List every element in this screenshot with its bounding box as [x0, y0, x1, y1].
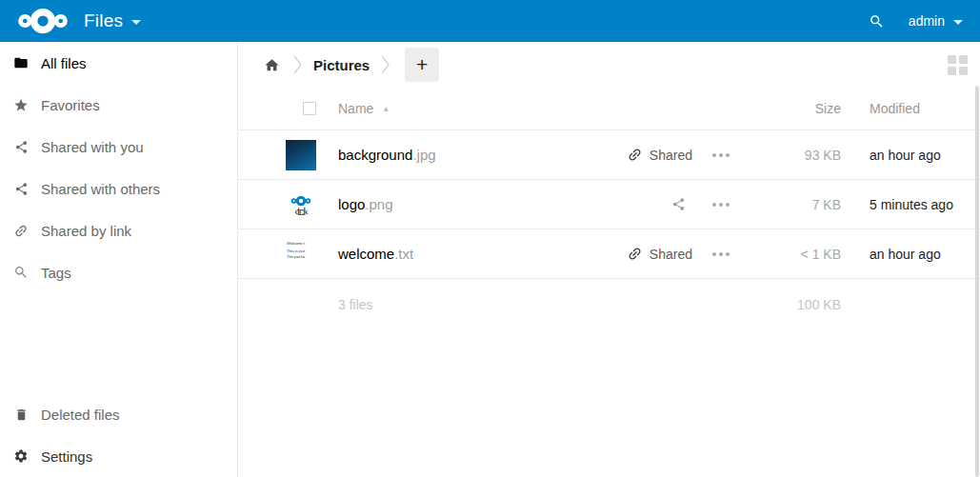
sidebar: All files Favorites Shared with you Shar… [0, 42, 238, 477]
file-row-welcome-txt[interactable]: Welcome t This is just The packa welcome… [238, 229, 980, 279]
link-icon [627, 246, 643, 262]
breadcrumb-folder-pictures[interactable]: Pictures [308, 57, 375, 73]
file-size: 7 KB [750, 197, 841, 212]
file-list-panel: Pictures + Name ▲ Size Modified backgrou… [238, 42, 980, 477]
thumbnail-text: ‹tcl‹ [294, 207, 307, 216]
shared-status-button[interactable]: Shared [627, 147, 692, 163]
sidebar-item-label: Settings [41, 448, 92, 465]
sidebar-item-favorites[interactable]: Favorites [0, 84, 237, 126]
link-icon [13, 223, 29, 238]
sidebar-item-shared-with-others[interactable]: Shared with others [0, 168, 237, 209]
tag-search-icon [13, 265, 29, 280]
app-menu-caret-icon[interactable] [131, 20, 141, 25]
user-menu-caret-icon [953, 20, 963, 25]
chevron-right-icon [293, 55, 302, 74]
file-basename: background [338, 147, 412, 163]
actions-menu-button[interactable] [692, 252, 750, 256]
file-name[interactable]: logo.png [338, 196, 393, 212]
share-icon [13, 181, 29, 196]
file-size: 93 KB [750, 148, 841, 163]
file-row-background-jpg[interactable]: background.jpg Shared 93 KB an hour ago [238, 130, 980, 180]
file-extension: .jpg [412, 147, 435, 163]
share-button[interactable] [671, 197, 692, 211]
link-icon [627, 147, 643, 163]
actions-menu-button[interactable] [692, 153, 750, 157]
sidebar-item-deleted-files[interactable]: Deleted files [0, 393, 237, 435]
trash-icon [13, 407, 29, 422]
share-icon [13, 139, 29, 154]
column-header-modified[interactable]: Modified [841, 101, 980, 116]
sidebar-item-shared-by-link[interactable]: Shared by link [0, 209, 237, 251]
file-extension: .png [365, 196, 392, 212]
file-name[interactable]: background.jpg [338, 147, 436, 163]
sort-ascending-icon: ▲ [382, 105, 390, 113]
sidebar-item-label: Shared with others [41, 181, 160, 197]
breadcrumb: Pictures + [238, 42, 980, 88]
summary-total-size: 100 KB [750, 297, 841, 312]
share-icon [671, 197, 686, 211]
shared-label: Shared [650, 247, 692, 262]
select-all-checkbox[interactable] [303, 102, 316, 115]
sidebar-item-label: Tags [41, 265, 71, 281]
file-table-header: Name ▲ Size Modified [238, 88, 980, 130]
home-icon [264, 57, 280, 73]
chevron-right-icon [381, 55, 390, 74]
sidebar-item-label: Shared by link [41, 223, 131, 239]
thumbnail-text-line: The packa [287, 254, 305, 259]
sidebar-bottom-section: Deleted files Settings [0, 393, 237, 477]
top-header-bar: Files admin [0, 0, 980, 42]
file-basename: welcome [338, 246, 394, 262]
shared-status-button[interactable]: Shared [627, 246, 692, 262]
file-basename: logo [338, 196, 365, 212]
sidebar-item-label: Shared with you [41, 139, 144, 155]
sidebar-item-label: All files [41, 55, 87, 71]
thumbnail-text-line: This is just [287, 248, 305, 253]
file-modified: an hour ago [841, 247, 980, 262]
new-file-button[interactable]: + [405, 48, 439, 82]
app-title[interactable]: Files [84, 10, 123, 31]
folder-icon [13, 55, 29, 70]
thumbnail-text-line: Welcome t [287, 241, 305, 246]
file-name[interactable]: welcome.txt [338, 246, 413, 262]
user-menu[interactable]: admin [909, 13, 963, 29]
column-header-size[interactable]: Size [750, 101, 841, 116]
file-list-summary: 3 files 100 KB [238, 279, 980, 330]
nextcloud-logo-icon [290, 195, 312, 207]
file-thumbnail-image[interactable] [286, 140, 316, 170]
file-extension: .txt [394, 246, 413, 262]
nextcloud-logo[interactable] [0, 7, 72, 35]
column-header-name[interactable]: Name ▲ [338, 101, 390, 116]
search-button[interactable] [861, 5, 893, 37]
file-modified: an hour ago [841, 148, 980, 163]
file-size: < 1 KB [750, 247, 841, 262]
sidebar-item-all-files[interactable]: All files [0, 42, 237, 84]
nextcloud-logo-icon [13, 7, 72, 35]
summary-file-count: 3 files [338, 297, 373, 312]
sidebar-item-shared-with-you[interactable]: Shared with you [0, 126, 237, 168]
sidebar-item-label: Deleted files [41, 407, 120, 423]
column-name-label: Name [338, 101, 373, 116]
sidebar-item-label: Favorites [41, 97, 100, 113]
breadcrumb-home-button[interactable] [255, 49, 288, 81]
file-thumbnail-text[interactable]: Welcome t This is just The packa [286, 239, 316, 269]
file-row-logo-png[interactable]: ‹tcl‹ logo.png 7 KB 5 minutes ago [238, 180, 980, 229]
user-name: admin [909, 13, 945, 29]
scrollbar[interactable] [975, 86, 979, 477]
actions-menu-button[interactable] [692, 203, 750, 207]
file-modified: 5 minutes ago [841, 197, 980, 212]
grid-view-toggle-icon[interactable] [948, 55, 969, 76]
sidebar-item-settings[interactable]: Settings [0, 435, 237, 477]
shared-label: Shared [650, 148, 692, 163]
file-thumbnail-logo[interactable]: ‹tcl‹ [286, 189, 316, 220]
star-icon [13, 97, 29, 112]
sidebar-item-tags[interactable]: Tags [0, 251, 237, 293]
gear-icon [13, 448, 29, 464]
search-icon [869, 13, 885, 30]
